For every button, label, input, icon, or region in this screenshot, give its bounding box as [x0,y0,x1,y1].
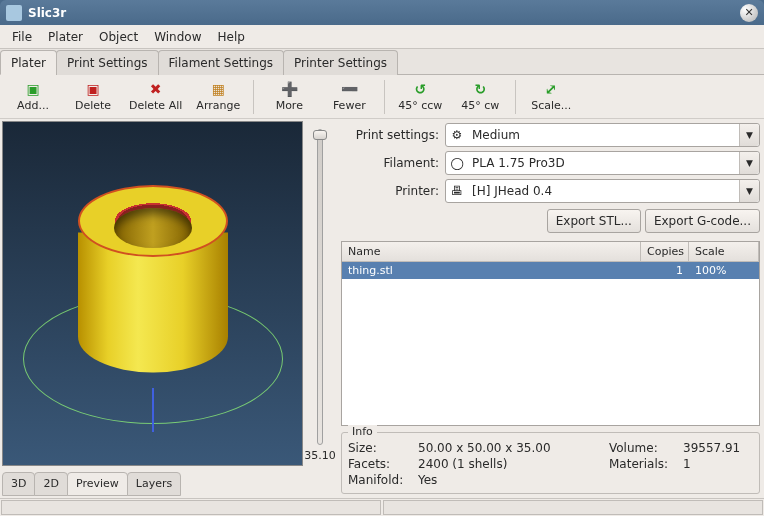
minus-circle-icon: ➖ [341,81,357,97]
titlebar: Slic3r ✕ [0,0,764,25]
menubar: File Plater Object Window Help [0,25,764,49]
rotate-cw-button[interactable]: ↻45° cw [451,77,509,117]
export-gcode-button[interactable]: Export G-code... [645,209,760,233]
tab-print-settings[interactable]: Print Settings [56,50,159,75]
delete-button[interactable]: ▣Delete [64,77,122,117]
app-icon [6,5,22,21]
info-legend: Info [348,425,377,438]
layer-slider[interactable]: 35.10 [303,121,337,466]
printer-icon: 🖶 [446,180,468,202]
col-name[interactable]: Name [342,242,641,261]
separator [253,80,254,114]
viewtab-layers[interactable]: Layers [127,472,181,496]
manifold-value: Yes [418,473,609,487]
model-hole [114,208,192,248]
tab-plater[interactable]: Plater [0,50,57,75]
toolbar: ▣Add... ▣Delete ✖Delete All ▦Arrange ➕Mo… [0,75,764,119]
printer-label: Printer: [341,184,439,198]
filament-value: PLA 1.75 Pro3D [468,152,739,174]
menu-help[interactable]: Help [209,27,252,47]
materials-label: Materials: [609,457,683,471]
object-list[interactable]: Name Copies Scale thing.stl 1 100% [341,241,760,426]
plus-circle-icon: ➕ [281,81,297,97]
add-button[interactable]: ▣Add... [4,77,62,117]
tab-filament-settings[interactable]: Filament Settings [158,50,284,75]
window-title: Slic3r [28,6,740,20]
separator [515,80,516,114]
list-row[interactable]: thing.stl 1 100% [342,262,759,279]
chevron-down-icon[interactable]: ▼ [739,152,759,174]
rotate-cw-icon: ↻ [472,81,488,97]
cross-icon: ✖ [148,81,164,97]
list-header: Name Copies Scale [342,242,759,262]
print-settings-combo[interactable]: ⚙ Medium ▼ [445,123,760,147]
fewer-button[interactable]: ➖Fewer [320,77,378,117]
gear-icon: ⚙ [446,124,468,146]
brick-delete-icon: ▣ [85,81,101,97]
chevron-down-icon[interactable]: ▼ [739,124,759,146]
bricks-icon: ▦ [210,81,226,97]
volume-value: 39557.91 [683,441,753,455]
slider-track[interactable] [317,129,323,445]
slider-thumb[interactable] [313,130,327,140]
print-settings-label: Print settings: [341,128,439,142]
arrange-button[interactable]: ▦Arrange [189,77,247,117]
viewtab-2d[interactable]: 2D [34,472,67,496]
viewtab-3d[interactable]: 3D [2,472,35,496]
separator [384,80,385,114]
menu-window[interactable]: Window [146,27,209,47]
filament-label: Filament: [341,156,439,170]
size-value: 50.00 x 50.00 x 35.00 [418,441,609,455]
expand-icon: ⤢ [543,81,559,97]
viewtab-preview[interactable]: Preview [67,472,128,496]
cell-scale: 100% [689,262,759,279]
printer-value: [H] JHead 0.4 [468,180,739,202]
menu-file[interactable]: File [4,27,40,47]
materials-value: 1 [683,457,753,471]
z-axis [152,388,154,432]
volume-label: Volume: [609,441,683,455]
main-tabs: Plater Print Settings Filament Settings … [0,49,764,75]
brick-add-icon: ▣ [25,81,41,97]
cell-copies: 1 [641,262,689,279]
spool-icon: ◯ [446,152,468,174]
status-cell [383,500,763,515]
col-copies[interactable]: Copies [641,242,689,261]
filament-combo[interactable]: ◯ PLA 1.75 Pro3D ▼ [445,151,760,175]
more-button[interactable]: ➕More [260,77,318,117]
menu-plater[interactable]: Plater [40,27,91,47]
col-scale[interactable]: Scale [689,242,759,261]
view-tabs: 3D 2D Preview Layers [2,472,337,496]
size-label: Size: [348,441,418,455]
menu-object[interactable]: Object [91,27,146,47]
printer-combo[interactable]: 🖶 [H] JHead 0.4 ▼ [445,179,760,203]
preview-viewport[interactable] [2,121,303,466]
export-stl-button[interactable]: Export STL... [547,209,641,233]
manifold-label: Manifold: [348,473,418,487]
status-cell [1,500,381,515]
rotate-ccw-icon: ↺ [412,81,428,97]
chevron-down-icon[interactable]: ▼ [739,180,759,202]
info-panel: Info Size: 50.00 x 50.00 x 35.00 Volume:… [341,432,760,494]
slider-value: 35.10 [304,449,336,462]
close-icon[interactable]: ✕ [740,4,758,22]
scale-button[interactable]: ⤢Scale... [522,77,580,117]
facets-value: 2400 (1 shells) [418,457,609,471]
facets-label: Facets: [348,457,418,471]
tab-printer-settings[interactable]: Printer Settings [283,50,398,75]
delete-all-button[interactable]: ✖Delete All [124,77,187,117]
rotate-ccw-button[interactable]: ↺45° ccw [391,77,449,117]
status-bar [0,498,764,516]
print-settings-value: Medium [468,124,739,146]
cell-name: thing.stl [342,262,641,279]
